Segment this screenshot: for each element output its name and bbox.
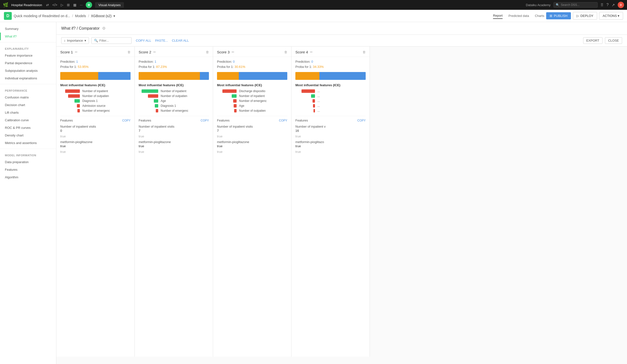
code-icon[interactable]: </> bbox=[52, 3, 57, 7]
tab-report[interactable]: Report bbox=[493, 13, 503, 19]
feature-label: Number of emergenc bbox=[82, 109, 110, 112]
copy-features-button[interactable]: COPY bbox=[122, 119, 131, 122]
prediction-value: 0 bbox=[233, 60, 235, 63]
sort-button[interactable]: ↕ Importance ▾ bbox=[61, 37, 89, 44]
sidebar-item-subpopulation[interactable]: Subpopulation analysis bbox=[0, 67, 56, 74]
score-col-3: Score 3 ✏ 🗑 Prediction: 0 Proba for 1: 3… bbox=[213, 47, 291, 357]
share-icon[interactable]: ⇄ bbox=[46, 3, 49, 7]
feature-list: Number of inpatient Number of outpatien … bbox=[139, 89, 209, 112]
sidebar-item-features[interactable]: Features bbox=[0, 166, 56, 173]
actions-button[interactable]: ACTIONS ▾ bbox=[599, 12, 623, 20]
sidebar-item-whatif[interactable]: What if? bbox=[0, 33, 56, 40]
feature-label: Age bbox=[239, 104, 244, 107]
copy-features-button[interactable]: COPY bbox=[201, 119, 209, 122]
grid-icon[interactable]: ⠿ bbox=[601, 3, 604, 7]
feat-value-muted: true bbox=[139, 135, 209, 138]
feature-bar-neg bbox=[311, 94, 315, 98]
tab-predicted-data[interactable]: Predicted data bbox=[509, 13, 529, 19]
copy-features-button[interactable]: COPY bbox=[279, 119, 287, 122]
feature-bar-pos bbox=[222, 89, 237, 93]
dashboard-icon[interactable]: ▦ bbox=[73, 3, 76, 7]
feat-name: Number of inpatient visits bbox=[60, 125, 131, 128]
delete-icon[interactable]: 🗑 bbox=[363, 50, 366, 54]
sidebar-item-summary[interactable]: Summary bbox=[0, 25, 56, 33]
feature-item: Number of outpatien bbox=[60, 94, 131, 98]
sidebar-item-feature-importance[interactable]: Feature importance bbox=[0, 52, 56, 59]
sidebar-item-roc-pr[interactable]: ROC & PR curves bbox=[0, 124, 56, 132]
filter-search-icon: 🔍 bbox=[94, 39, 98, 42]
academy-link[interactable]: Dataiku Academy bbox=[526, 3, 551, 7]
clear-all-button[interactable]: CLEAR ALL bbox=[172, 39, 189, 42]
score-title: Score 1 bbox=[60, 50, 73, 54]
features-label: Features bbox=[295, 119, 308, 122]
score-body: Prediction: 0 Proba for 1: 34.33% Most i… bbox=[291, 57, 369, 158]
more-icon[interactable]: ··· bbox=[80, 3, 83, 7]
filter-input[interactable] bbox=[100, 39, 129, 42]
feat-value-muted: true bbox=[217, 135, 287, 138]
sidebar-item-lift-charts[interactable]: Lift charts bbox=[0, 109, 56, 116]
close-button[interactable]: CLOSE bbox=[605, 37, 622, 44]
publish-button[interactable]: ⊞ PUBLISH bbox=[546, 12, 571, 19]
edit-icon[interactable]: ✏ bbox=[232, 50, 234, 54]
search-bar[interactable]: 🔍 Search DSS... bbox=[554, 2, 598, 8]
feat-value-muted: true bbox=[60, 135, 131, 138]
feature-label: ... bbox=[317, 89, 320, 93]
feature-bar-pos bbox=[233, 99, 237, 103]
paste-button[interactable]: PASTE... bbox=[155, 39, 168, 42]
feature-bar-pos bbox=[77, 104, 80, 107]
breadcrumb-part2[interactable]: Models bbox=[75, 14, 86, 18]
feat-name: Number of inpatient v bbox=[295, 125, 366, 128]
sidebar-item-algorithm[interactable]: Algorithm bbox=[0, 173, 56, 181]
feature-label: ... bbox=[317, 109, 320, 112]
filter-input-container: 🔍 bbox=[91, 37, 132, 44]
sidebar-item-confusion-matrix[interactable]: Confusion matrix bbox=[0, 94, 56, 101]
sidebar-item-individual-explanations[interactable]: Individual explanations bbox=[0, 74, 56, 82]
feature-label: Number of inpatient bbox=[239, 94, 265, 98]
bar-blue bbox=[98, 72, 131, 80]
settings-icon[interactable]: ⚙ bbox=[102, 26, 105, 31]
scores-container: Score 1 ✏ 🗑 Prediction: 1 Proba for 1: 5… bbox=[56, 47, 627, 357]
edit-icon[interactable]: ✏ bbox=[153, 50, 156, 54]
feature-label: Number of outpatien bbox=[161, 94, 187, 98]
edit-icon[interactable]: ✏ bbox=[75, 50, 78, 54]
trend-icon[interactable]: ↗ bbox=[612, 3, 615, 7]
prediction-value: 1 bbox=[76, 60, 78, 63]
sidebar-item-metrics-assertions[interactable]: Metrics and assertions bbox=[0, 139, 56, 147]
feat-value: 16 bbox=[295, 129, 366, 133]
feature-bar-pos bbox=[313, 104, 315, 107]
feature-bar-pos bbox=[302, 89, 315, 93]
sidebar-item-partial-dependence[interactable]: Partial dependence bbox=[0, 59, 56, 67]
feature-muted-item: true bbox=[139, 150, 209, 154]
feature-bar-pos bbox=[313, 99, 315, 103]
proba-value: 34.33% bbox=[313, 65, 324, 69]
tab-charts[interactable]: Charts bbox=[535, 13, 544, 19]
play-icon[interactable]: ▷ bbox=[61, 3, 63, 7]
sidebar-item-calibration-curve[interactable]: Calibration curve bbox=[0, 116, 56, 124]
edit-icon[interactable]: ✏ bbox=[310, 50, 313, 54]
user-avatar[interactable]: D bbox=[618, 2, 624, 8]
bar-orange bbox=[60, 72, 98, 80]
help-icon[interactable]: ? bbox=[606, 3, 609, 7]
export-button[interactable]: EXPORT bbox=[583, 37, 603, 44]
table-icon[interactable]: ⊞ bbox=[67, 3, 70, 7]
delete-icon[interactable]: 🗑 bbox=[284, 50, 287, 54]
delete-icon[interactable]: 🗑 bbox=[206, 50, 209, 54]
delete-icon[interactable]: 🗑 bbox=[127, 50, 131, 54]
breadcrumb-dropdown[interactable]: ▾ bbox=[113, 14, 115, 18]
feature-item: Number of inpatient bbox=[139, 89, 209, 93]
feat-value: true bbox=[217, 144, 287, 148]
sidebar-item-density-chart[interactable]: Density chart bbox=[0, 132, 56, 139]
sort-chevron: ▾ bbox=[85, 39, 86, 42]
prediction-row: Prediction: 1 bbox=[60, 60, 131, 63]
copy-features-button[interactable]: COPY bbox=[357, 119, 366, 122]
copy-all-button[interactable]: COPY ALL bbox=[136, 39, 151, 42]
feature-bar-neg bbox=[154, 99, 158, 103]
feature-label: ... bbox=[317, 94, 320, 98]
sidebar-item-decision-chart[interactable]: Decision chart bbox=[0, 101, 56, 109]
feature-item: ... bbox=[295, 94, 366, 98]
deploy-button[interactable]: ▷ DEPLOY bbox=[573, 12, 597, 20]
features-label: Features bbox=[60, 119, 73, 122]
visual-analyses-tab[interactable]: Visual Analyses bbox=[95, 2, 124, 8]
sidebar-item-data-preparation[interactable]: Data preparation bbox=[0, 158, 56, 166]
feature-muted-item: true bbox=[295, 135, 366, 138]
